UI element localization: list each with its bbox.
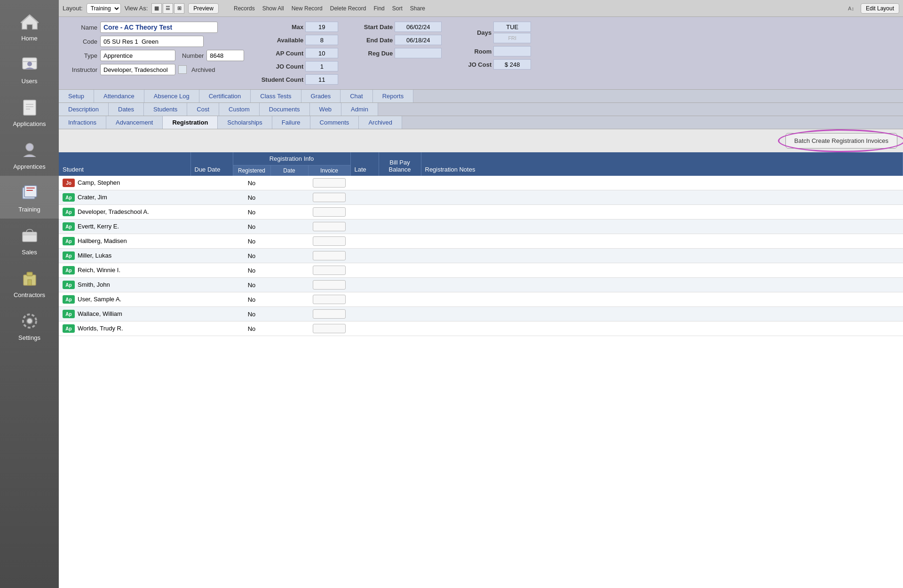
- cell-invoice[interactable]: [308, 205, 350, 220]
- tab-reports[interactable]: Reports: [373, 90, 414, 102]
- tab-documents[interactable]: Documents: [260, 103, 310, 116]
- cell-registered: No: [233, 263, 270, 278]
- cell-invoice[interactable]: [308, 263, 350, 278]
- training-icon: [18, 181, 41, 204]
- cell-registered: No: [233, 205, 270, 220]
- available-label: Available: [261, 37, 303, 44]
- name-input[interactable]: [100, 22, 218, 33]
- type-input[interactable]: [100, 50, 175, 61]
- invoice-input[interactable]: [313, 251, 346, 260]
- toolbar-find[interactable]: Find: [372, 4, 386, 13]
- toolbar-new-record[interactable]: New Record: [290, 4, 325, 13]
- preview-btn[interactable]: Preview: [188, 3, 219, 14]
- tab-advancement[interactable]: Advancement: [106, 116, 163, 129]
- cell-invoice[interactable]: [308, 292, 350, 307]
- toolbar-records[interactable]: Records: [232, 4, 257, 13]
- student-badge: Ap: [63, 208, 75, 216]
- view-list-btn[interactable]: ☰: [163, 3, 173, 14]
- archived-checkbox[interactable]: [178, 65, 187, 74]
- tab-certification[interactable]: Certification: [199, 90, 251, 102]
- tab-class-tests[interactable]: Class Tests: [251, 90, 301, 102]
- sidebar-item-training[interactable]: Training: [0, 176, 59, 219]
- cell-invoice[interactable]: [308, 190, 350, 205]
- invoice-input[interactable]: [313, 178, 346, 188]
- tab-dates[interactable]: Dates: [109, 103, 144, 116]
- tab-failure[interactable]: Failure: [272, 116, 310, 129]
- edit-layout-btn[interactable]: Edit Layout: [861, 3, 899, 14]
- cell-date: [270, 321, 308, 336]
- tab-scholarships[interactable]: Scholarships: [218, 116, 272, 129]
- sidebar-item-settings-label: Settings: [18, 334, 40, 341]
- table-row: JoCamp, Stephen No: [59, 176, 903, 190]
- tab-comments[interactable]: Comments: [310, 116, 359, 129]
- type-row: Type Number: [64, 50, 244, 61]
- cell-invoice[interactable]: [308, 307, 350, 321]
- cell-due-date: [190, 321, 233, 336]
- tab-chat[interactable]: Chat: [341, 90, 372, 102]
- cell-invoice[interactable]: [308, 249, 350, 263]
- cell-bill-pay: [379, 234, 421, 249]
- toolbar: Layout: Training View As: ▦ ☰ ⊞ Preview …: [59, 0, 903, 17]
- toolbar-sort[interactable]: Sort: [390, 4, 404, 13]
- tab-admin[interactable]: Admin: [341, 103, 378, 116]
- cell-notes: [421, 278, 903, 292]
- code-input[interactable]: [100, 36, 204, 47]
- tab-archived[interactable]: Archived: [359, 116, 402, 129]
- tab-registration[interactable]: Registration: [163, 116, 218, 129]
- toolbar-delete-record[interactable]: Delete Record: [328, 4, 368, 13]
- tab-cost[interactable]: Cost: [187, 103, 219, 116]
- cell-bill-pay: [379, 278, 421, 292]
- cell-date: [270, 278, 308, 292]
- cell-registered: No: [233, 321, 270, 336]
- start-date-value: 06/02/24: [395, 22, 442, 32]
- cell-invoice[interactable]: [308, 220, 350, 234]
- tab-grades[interactable]: Grades: [301, 90, 341, 102]
- toolbar-layout-select[interactable]: Training: [87, 3, 121, 14]
- invoice-input[interactable]: [313, 309, 346, 319]
- tab-absence-log[interactable]: Absence Log: [144, 90, 199, 102]
- svg-rect-9: [24, 186, 37, 197]
- invoice-input[interactable]: [313, 222, 346, 231]
- view-form-btn[interactable]: ▦: [151, 3, 162, 14]
- contractors-icon: [18, 267, 41, 290]
- invoice-input[interactable]: [313, 193, 346, 202]
- tab-web[interactable]: Web: [310, 103, 342, 116]
- sidebar-item-settings[interactable]: Settings: [0, 304, 59, 347]
- invoice-input[interactable]: [313, 207, 346, 217]
- instructor-input[interactable]: [100, 64, 175, 75]
- tab-students[interactable]: Students: [144, 103, 187, 116]
- cell-invoice[interactable]: [308, 176, 350, 190]
- cell-invoice[interactable]: [308, 321, 350, 336]
- cell-notes: [421, 292, 903, 307]
- tab-description[interactable]: Description: [59, 103, 109, 116]
- cell-invoice[interactable]: [308, 234, 350, 249]
- sidebar-item-apprentices[interactable]: Apprentices: [0, 133, 59, 176]
- toolbar-share[interactable]: Share: [408, 4, 427, 13]
- tab-attendance[interactable]: Attendance: [94, 90, 144, 102]
- view-table-btn[interactable]: ⊞: [174, 3, 184, 14]
- batch-create-btn[interactable]: Batch Create Registration Invoices: [785, 133, 897, 149]
- cell-registered: No: [233, 292, 270, 307]
- invoice-input[interactable]: [313, 266, 346, 275]
- invoice-input[interactable]: [313, 236, 346, 246]
- table-container[interactable]: Student Due Date Registration Info Late: [59, 152, 903, 588]
- toolbar-show-all[interactable]: Show All: [261, 4, 286, 13]
- invoice-input[interactable]: [313, 280, 346, 290]
- sidebar-item-home[interactable]: Home: [0, 5, 59, 47]
- invoice-input[interactable]: [313, 295, 346, 304]
- number-input[interactable]: [206, 50, 244, 61]
- sidebar-item-contractors[interactable]: Contractors: [0, 261, 59, 304]
- end-date-label: End Date: [355, 37, 393, 44]
- sidebar-item-sales[interactable]: Sales: [0, 219, 59, 261]
- ap-count-value: 10: [305, 48, 338, 58]
- cell-student: JoCamp, Stephen: [59, 176, 190, 190]
- cell-due-date: [190, 263, 233, 278]
- invoice-input[interactable]: [313, 324, 346, 333]
- cell-student: ApReich, Winnie I.: [59, 263, 190, 278]
- cell-invoice[interactable]: [308, 278, 350, 292]
- tab-custom[interactable]: Custom: [219, 103, 260, 116]
- tab-infractions[interactable]: Infractions: [59, 116, 106, 129]
- sidebar-item-users[interactable]: Users: [0, 47, 59, 90]
- sidebar-item-applications[interactable]: Applications: [0, 90, 59, 133]
- tab-setup[interactable]: Setup: [59, 90, 94, 102]
